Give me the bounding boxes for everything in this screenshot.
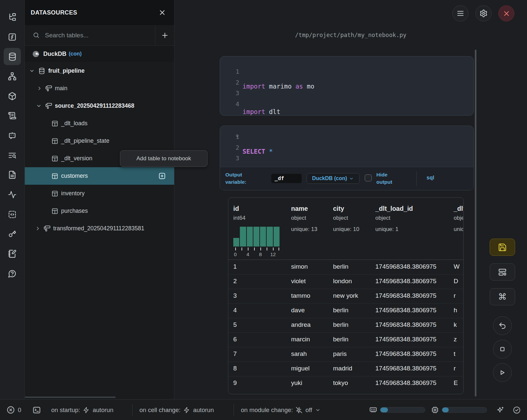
zap-icon xyxy=(183,407,190,413)
table-row[interactable]: 1simonberlin1745968348.3806975W xyxy=(228,260,463,274)
stop-button[interactable] xyxy=(493,340,512,359)
tree-item-database[interactable]: fruit_pipeline xyxy=(25,62,174,80)
log-search-icon[interactable] xyxy=(4,147,21,164)
table-row[interactable]: 2violetlondon1745968348.3806975D xyxy=(228,274,463,289)
tree-item-schema[interactable]: main xyxy=(25,80,174,97)
run-button[interactable] xyxy=(493,363,512,382)
play-icon xyxy=(498,368,507,377)
sparkles-icon xyxy=(496,406,504,414)
dependencies-icon[interactable] xyxy=(4,68,21,85)
language-badge: sql xyxy=(427,175,434,181)
table-row[interactable]: 4daveberlin1745968348.3806975h xyxy=(228,303,463,318)
cpu-usage[interactable] xyxy=(431,400,487,420)
python-cell[interactable]: 1 2 3 4 import marimo as mo import dlt p… xyxy=(220,56,474,116)
table-row[interactable]: 9yukitokyo1745968348.3806975E xyxy=(228,376,463,391)
gear-icon xyxy=(479,9,488,18)
chevron-down-icon[interactable] xyxy=(36,103,42,109)
vertical-scrollbar[interactable] xyxy=(475,50,476,397)
hide-output-checkbox[interactable] xyxy=(365,174,372,181)
menu-icon xyxy=(456,9,465,18)
datasources-icon[interactable] xyxy=(4,48,21,65)
tree-item-schema[interactable]: source_202504291112283468 xyxy=(25,97,174,115)
line-numbers: 1 2 3 4 xyxy=(220,57,239,109)
settings-button[interactable] xyxy=(475,5,492,21)
help-icon[interactable] xyxy=(4,265,21,282)
cpu-meter xyxy=(442,407,487,413)
divider xyxy=(132,404,132,416)
ai-assist-button[interactable] xyxy=(496,400,504,420)
sql-cell[interactable]: 1 2 3 SELECT * FROM source_2025042911122… xyxy=(220,126,474,190)
panel-layout-button[interactable] xyxy=(490,263,515,281)
shutdown-button[interactable] xyxy=(498,5,514,21)
activity-icon[interactable] xyxy=(4,186,21,203)
menu-button[interactable] xyxy=(452,5,469,21)
zap-icon xyxy=(83,407,90,413)
table-icon xyxy=(52,155,58,162)
code-editor[interactable]: import marimo as mo import dlt pipeline … xyxy=(243,66,471,116)
add-datasource-button[interactable] xyxy=(155,25,174,46)
schema-icon xyxy=(45,85,52,92)
chevron-right-icon[interactable] xyxy=(35,226,41,231)
snippets-icon[interactable] xyxy=(4,206,21,223)
panel-title: DATASOURCES xyxy=(31,9,158,16)
packages-icon[interactable] xyxy=(4,88,21,105)
tree-item-table[interactable]: purchases xyxy=(25,202,174,220)
errors-indicator[interactable]: 0 xyxy=(7,400,21,420)
functions-icon[interactable] xyxy=(4,28,21,46)
tree-item-schema[interactable]: transformed_202504291112283581 xyxy=(25,220,174,237)
chevron-down-icon[interactable] xyxy=(29,68,35,74)
histogram-ticks xyxy=(233,248,280,250)
connection-row-duckdb[interactable]: DuckDB (con) xyxy=(25,46,174,62)
divider xyxy=(234,404,234,416)
chevron-right-icon[interactable] xyxy=(37,86,42,91)
tree-item-table[interactable]: _dlt_pipeline_state xyxy=(25,132,174,150)
status-bar: 0 on startup: autorun on cell change: au… xyxy=(0,399,527,420)
floppy-save-icon xyxy=(498,243,507,252)
on-startup-setting[interactable]: on startup: autorun xyxy=(51,400,113,420)
tree-item-table[interactable]: inventory xyxy=(25,185,174,202)
table-row[interactable]: 7sarahparis1745968348.3806975t xyxy=(228,347,463,362)
table-icon xyxy=(52,190,58,197)
secrets-key-icon[interactable] xyxy=(4,225,21,243)
documentation-icon[interactable] xyxy=(4,166,21,183)
notebook-area: /tmp/project/path/my_notebook.py 1 2 3 4… xyxy=(174,0,527,399)
on-cell-change-setting[interactable]: on cell change: autorun xyxy=(139,400,214,420)
panel-layout-icon xyxy=(498,268,507,277)
horizontal-scrollbar[interactable] xyxy=(25,397,116,398)
tree-item-table-customers-selected[interactable]: customers xyxy=(25,167,174,185)
file-tree-icon[interactable] xyxy=(4,9,21,26)
scroll-log-icon[interactable] xyxy=(4,107,21,124)
table-icon xyxy=(52,208,58,214)
ram-icon xyxy=(369,406,377,414)
save-button[interactable] xyxy=(490,239,515,256)
keyboard-shortcuts-button[interactable]: ⌘ xyxy=(490,288,515,305)
undo-button[interactable] xyxy=(493,316,512,335)
table-icon xyxy=(52,120,58,127)
divider xyxy=(416,172,417,186)
output-variable-input[interactable]: _df xyxy=(271,174,302,183)
add-table-to-notebook-button[interactable] xyxy=(158,172,166,180)
search-input[interactable] xyxy=(44,31,155,39)
engine-dropdown[interactable]: DuckDB (con) xyxy=(307,173,359,184)
cpu-icon xyxy=(431,406,439,414)
close-panel-icon[interactable] xyxy=(158,9,166,17)
table-header: id int64 0 4 8 12 name object xyxy=(228,198,463,260)
table-icon xyxy=(52,173,58,179)
hide-output-label: Hide output xyxy=(376,171,399,186)
schema-tree: fruit_pipeline main source_2025042911122… xyxy=(25,62,174,237)
tree-item-table[interactable]: _dlt_loads xyxy=(25,115,174,132)
result-table: id int64 0 4 8 12 name object xyxy=(228,197,464,394)
connection-status[interactable] xyxy=(513,400,521,420)
terminal-button[interactable] xyxy=(32,400,41,420)
notebook-path: /tmp/project/path/my_notebook.py xyxy=(174,32,527,38)
table-row[interactable]: 6marcinberlin1745968348.3806975z xyxy=(228,332,463,347)
schema-icon xyxy=(44,225,51,232)
table-row[interactable]: 8miguelmadrid1745968348.3806975r xyxy=(228,362,463,376)
on-module-change-setting[interactable]: on module change: off xyxy=(241,400,320,420)
fold-chevron-icon[interactable] xyxy=(235,134,240,138)
table-row[interactable]: 3tammonew york1745968348.3806975r xyxy=(228,289,463,303)
table-row[interactable]: 5andreaberlin1745968348.3806975k xyxy=(228,318,463,332)
scratchpad-icon[interactable] xyxy=(4,245,21,262)
ram-usage[interactable] xyxy=(369,400,425,420)
assistant-bot-icon[interactable] xyxy=(4,127,21,144)
